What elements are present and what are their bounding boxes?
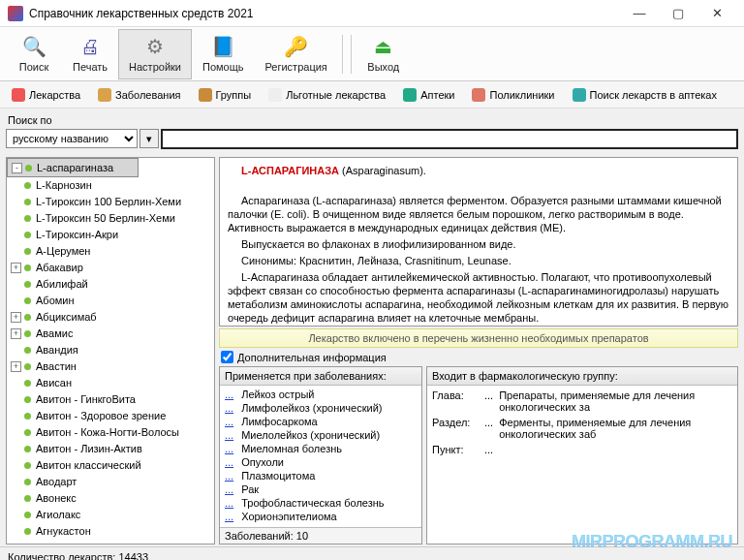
tab-icon	[98, 88, 111, 102]
disease-row[interactable]: ...Лимфосаркома	[220, 415, 421, 428]
tree-item[interactable]: +Авастин	[7, 358, 214, 375]
tree-item[interactable]: +Абакавир	[7, 260, 214, 276]
toolbar-icon: 🔑	[285, 35, 308, 58]
window-title: Справочник лекарственных средств 2021	[29, 7, 620, 20]
tree-expander-icon[interactable]: -	[12, 163, 22, 173]
tree-item[interactable]: Авитон классический	[7, 457, 214, 474]
tree-item[interactable]: Авитон - ГинкгоВита	[7, 391, 214, 408]
bullet-icon	[24, 232, 31, 238]
drug-description: L-АСПАРАГИНАЗА (Asparaginasum). Аспараги…	[219, 157, 738, 327]
tab-Аптеки[interactable]: Аптеки	[399, 84, 458, 106]
status-bar: Количество лекарств: 14433	[0, 546, 744, 560]
search-input[interactable]	[161, 129, 738, 149]
bullet-icon	[24, 314, 31, 321]
maximize-button[interactable]: ▢	[659, 0, 698, 27]
disease-row[interactable]: ...Миеломная болезнь	[220, 442, 421, 455]
tree-item[interactable]: Агре-плюс	[7, 540, 214, 544]
toolbar-icon: 📘	[211, 35, 234, 58]
tree-item[interactable]: -L-аспарагиназа	[7, 158, 139, 177]
tree-item[interactable]: Абилифай	[7, 276, 214, 293]
tree-item[interactable]: L-Тироксин-Акри	[7, 227, 214, 243]
disease-row[interactable]: ...Рак	[220, 482, 421, 496]
tree-item[interactable]: Авитон - Кожа-Ногти-Волосы	[7, 424, 214, 441]
additional-info-checkbox[interactable]	[221, 351, 233, 363]
link-icon[interactable]: ...	[225, 443, 233, 454]
disease-row[interactable]: ...Плазмоцитома	[220, 469, 421, 482]
toolbar-icon: ⚙	[143, 35, 167, 58]
tree-expander-icon[interactable]: +	[11, 361, 21, 372]
link-icon[interactable]: ...	[225, 429, 233, 441]
tab-icon	[12, 88, 25, 102]
toolbar-Поиск[interactable]: 🔍Поиск	[6, 29, 62, 79]
tree-item[interactable]: +Абциксимаб	[7, 309, 214, 326]
tab-Льготные лекарства[interactable]: Льготные лекарства	[264, 84, 389, 106]
bullet-icon	[24, 479, 31, 485]
tree-item[interactable]: L-Тироксин 100 Берлин-Хеми	[7, 194, 214, 210]
disease-row[interactable]: ...Трофобластическая болезнь	[220, 496, 421, 510]
toolbar-Регистрация[interactable]: 🔑Регистрация	[254, 29, 337, 79]
tree-item[interactable]: А-Церумен	[7, 243, 214, 260]
bullet-icon	[24, 429, 31, 436]
tree-item[interactable]: Авитон - Здоровое зрение	[7, 408, 214, 424]
bullet-icon	[24, 297, 31, 304]
minimize-button[interactable]: —	[620, 0, 659, 27]
toolbar-icon: 🖨	[78, 35, 102, 58]
drug-tree[interactable]: -L-аспарагиназаL-КарнозинL-Тироксин 100 …	[6, 157, 215, 544]
link-icon[interactable]: ...	[225, 456, 233, 468]
close-button[interactable]: ✕	[698, 0, 736, 27]
disease-row[interactable]: ...Миелолейкоз (хронический)	[220, 428, 421, 442]
tree-item[interactable]: Агнукастон	[7, 523, 214, 540]
disease-row[interactable]: ...Лейкоз острый	[220, 388, 421, 401]
tab-Группы[interactable]: Группы	[195, 84, 256, 106]
tab-Поиск лекарств в аптеках[interactable]: Поиск лекарств в аптеках	[569, 84, 721, 106]
link-icon[interactable]: ...	[225, 416, 233, 427]
bullet-icon	[24, 380, 31, 387]
bullet-icon	[24, 363, 31, 370]
search-mode-select[interactable]: русскому названию	[6, 129, 138, 148]
link-icon[interactable]: ...	[484, 417, 493, 440]
link-icon[interactable]: ...	[484, 444, 493, 455]
tree-item[interactable]: Авитон - Лизин-Актив	[7, 441, 214, 457]
tree-expander-icon[interactable]: +	[11, 328, 21, 339]
tab-icon	[573, 88, 586, 102]
additional-info-label: Дополнительная информация	[237, 352, 387, 363]
bullet-icon	[24, 512, 31, 518]
disease-row[interactable]: ...Опухоли	[220, 455, 421, 469]
link-icon[interactable]: ...	[225, 470, 233, 482]
tree-expander-icon[interactable]: +	[11, 263, 21, 273]
link-icon[interactable]: ...	[225, 483, 233, 495]
tree-expander-icon[interactable]: +	[11, 312, 21, 323]
tree-item[interactable]: +Авамис	[7, 326, 214, 342]
toolbar-Помощь[interactable]: 📘Помощь	[192, 29, 255, 79]
diseases-header: Применяется при заболеваниях:	[220, 367, 421, 386]
link-icon[interactable]: ...	[484, 389, 493, 413]
tab-Поликлиники[interactable]: Поликлиники	[468, 84, 558, 106]
toolbar-icon: ⏏	[372, 35, 395, 58]
toolbar-Печать[interactable]: 🖨Печать	[62, 29, 118, 79]
link-icon[interactable]: ...	[225, 389, 233, 400]
toolbar-Настройки[interactable]: ⚙Настройки	[118, 29, 192, 79]
tree-item[interactable]: L-Карнозин	[7, 177, 214, 194]
tree-item[interactable]: Абомин	[7, 293, 214, 309]
tree-item[interactable]: L-Тироксин 50 Берлин-Хеми	[7, 210, 214, 227]
link-icon[interactable]: ...	[225, 497, 233, 509]
bullet-icon	[24, 462, 31, 469]
tree-item[interactable]: Агиолакс	[7, 507, 214, 523]
tab-Заболевания[interactable]: Заболевания	[94, 84, 185, 106]
toolbar-Выход[interactable]: ⏏Выход	[356, 29, 412, 79]
disease-row[interactable]: ...Хорионэпителиома	[220, 510, 421, 523]
tree-item[interactable]: Авонекс	[7, 490, 214, 507]
link-icon[interactable]: ...	[225, 511, 233, 522]
diseases-list[interactable]: ...Лейкоз острый...Лимфолейкоз (хроничес…	[220, 386, 421, 527]
tab-Лекарства[interactable]: Лекарства	[8, 84, 84, 106]
search-dropdown-button[interactable]: ▾	[140, 129, 159, 148]
app-icon	[8, 6, 23, 21]
tree-item[interactable]: Авандия	[7, 342, 214, 358]
bullet-icon	[24, 264, 31, 271]
link-icon[interactable]: ...	[225, 402, 233, 414]
tree-item[interactable]: Аводарт	[7, 474, 214, 490]
tree-item[interactable]: Ависан	[7, 375, 214, 391]
disease-row[interactable]: ...Лимфолейкоз (хронический)	[220, 401, 421, 415]
bullet-icon	[24, 347, 31, 354]
bullet-icon	[24, 528, 31, 535]
